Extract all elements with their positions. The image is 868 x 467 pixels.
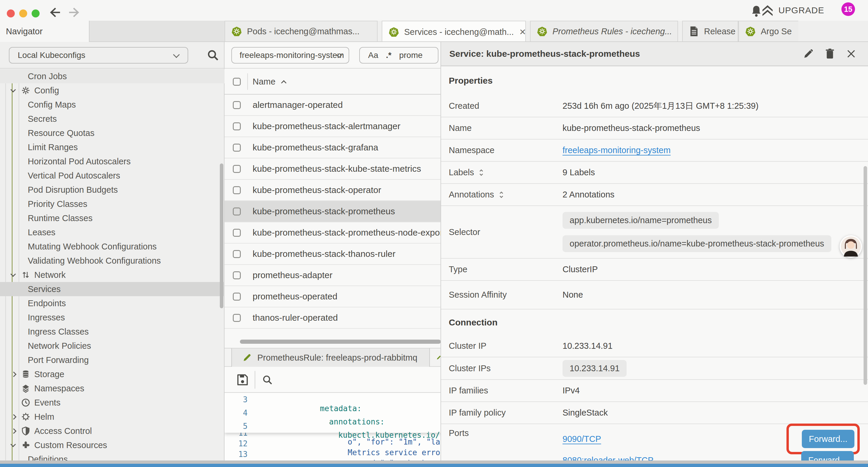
- namespace-selector[interactable]: freeleaps-monitoring-system: [231, 47, 349, 63]
- sort-updown-icon[interactable]: [498, 191, 505, 199]
- sidebar-scrollbar[interactable]: [220, 164, 223, 308]
- sidebar-item[interactable]: Services: [0, 282, 224, 296]
- port-link[interactable]: 9090/TCP: [562, 434, 601, 444]
- sidebar-item[interactable]: Pod Disruption Budgets: [0, 183, 224, 197]
- sidebar-item[interactable]: Custom Resources: [0, 438, 224, 452]
- select-all-checkbox[interactable]: [233, 78, 241, 86]
- forward-button[interactable]: Forward...: [802, 430, 855, 448]
- sidebar-item[interactable]: Helm: [0, 410, 224, 424]
- notification-count-badge[interactable]: 15: [841, 2, 855, 16]
- workspace-tab[interactable]: Pods - icecheng@mathmas...: [224, 21, 378, 42]
- service-row[interactable]: kube-prometheus-stack-operator: [224, 180, 441, 201]
- chevron-right-icon[interactable]: [11, 429, 21, 433]
- sidebar-item[interactable]: Network: [0, 268, 224, 282]
- service-row[interactable]: prometheus-adapter: [224, 265, 441, 286]
- service-row[interactable]: kube-prometheus-stack-alertmanager: [224, 116, 441, 137]
- chevron-right-icon[interactable]: [11, 415, 21, 419]
- sidebar-item[interactable]: Mutating Webhook Configurations: [0, 239, 224, 254]
- sidebar-item[interactable]: Ingress Classes: [0, 324, 224, 339]
- editor-tab[interactable]: PrometheusRule: freeleaps-prod-rabbitmq: [231, 348, 430, 367]
- workspace-tab[interactable]: Release Notes: [682, 21, 738, 42]
- workspace-tab[interactable]: Argo Se: [738, 21, 798, 42]
- row-checkbox[interactable]: [233, 165, 241, 173]
- row-checkbox[interactable]: [233, 122, 241, 130]
- close-tab-icon[interactable]: ✕: [519, 27, 526, 37]
- match-case-toggle[interactable]: Aa: [368, 51, 378, 60]
- detail-row-label: Type: [449, 265, 467, 274]
- delete-trash-icon[interactable]: [825, 48, 835, 59]
- row-checkbox[interactable]: [233, 207, 241, 215]
- save-icon[interactable]: [236, 373, 249, 386]
- service-row[interactable]: thanos-ruler-operated: [224, 308, 441, 329]
- sidebar-item[interactable]: Access Control: [0, 424, 224, 438]
- back-icon[interactable]: [48, 6, 62, 18]
- edit-pencil-icon[interactable]: [803, 49, 814, 59]
- regex-toggle[interactable]: .*: [386, 51, 392, 60]
- sidebar-item[interactable]: Cron Jobs: [0, 69, 224, 83]
- upgrade-button[interactable]: UPGRADE: [761, 4, 824, 17]
- sidebar-item-label: Helm: [34, 412, 54, 422]
- sort-updown-icon[interactable]: [478, 169, 485, 177]
- chevron-right-icon[interactable]: [11, 372, 21, 376]
- row-checkbox[interactable]: [233, 250, 241, 258]
- helm-icon: [21, 412, 34, 421]
- name-column-header[interactable]: Name: [253, 77, 275, 87]
- sidebar-item[interactable]: Vertical Pod Autoscalers: [0, 169, 224, 183]
- row-checkbox[interactable]: [233, 271, 241, 279]
- sidebar-item[interactable]: Storage: [0, 367, 224, 381]
- close-window-button[interactable]: [7, 9, 15, 18]
- chevron-down-icon[interactable]: [11, 274, 21, 276]
- kubeconfig-selector[interactable]: Local Kubeconfigs: [9, 47, 188, 63]
- service-row[interactable]: kube-prometheus-stack-prometheus-node-ex…: [224, 222, 441, 243]
- chevron-down-icon[interactable]: [11, 444, 21, 446]
- service-row[interactable]: prometheus-operated: [224, 286, 441, 308]
- sidebar-item[interactable]: Runtime Classes: [0, 211, 224, 225]
- sidebar-item[interactable]: Config: [0, 83, 224, 97]
- sort-ascending-icon[interactable]: [281, 80, 286, 85]
- maximize-window-button[interactable]: [32, 9, 39, 18]
- filter-input[interactable]: Aa .* prome: [359, 47, 438, 63]
- row-checkbox[interactable]: [233, 229, 241, 237]
- service-row[interactable]: kube-prometheus-stack-prometheus: [224, 201, 441, 222]
- service-row[interactable]: kube-prometheus-stack-kube-state-metrics: [224, 158, 441, 180]
- sidebar-item[interactable]: Port Forwarding: [0, 353, 224, 367]
- navigator-tab[interactable]: Navigator: [0, 21, 90, 42]
- bottom-divider: [0, 461, 868, 464]
- row-checkbox[interactable]: [233, 101, 241, 109]
- sidebar-item[interactable]: Namespaces: [0, 381, 224, 396]
- row-checkbox[interactable]: [233, 293, 241, 300]
- sidebar-item[interactable]: Leases: [0, 225, 224, 239]
- editor-search-icon[interactable]: [261, 374, 273, 386]
- sidebar-item[interactable]: Network Policies: [0, 339, 224, 353]
- detail-panel-scrollbar[interactable]: [864, 166, 867, 385]
- sidebar-item[interactable]: Limit Ranges: [0, 140, 224, 154]
- service-row[interactable]: kube-prometheus-stack-thanos-ruler: [224, 243, 441, 265]
- sidebar-item[interactable]: Endpoints: [0, 296, 224, 310]
- horizontal-scrollbar[interactable]: [240, 340, 441, 344]
- row-checkbox[interactable]: [233, 314, 241, 322]
- sidebar-item[interactable]: Secrets: [0, 112, 224, 126]
- workspace-tab[interactable]: Prometheus Rules - icecheng...: [530, 21, 678, 42]
- sidebar-search-icon[interactable]: [207, 49, 219, 61]
- close-panel-icon[interactable]: [846, 49, 856, 59]
- editor-tab-partial[interactable]: [431, 348, 441, 367]
- detail-row: Cluster IP 10.233.14.91: [441, 335, 868, 357]
- sidebar-item[interactable]: Resource Quotas: [0, 126, 224, 140]
- sidebar-item[interactable]: Priority Classes: [0, 197, 224, 211]
- sidebar-item[interactable]: Ingresses: [0, 310, 224, 324]
- minimize-window-button[interactable]: [19, 9, 27, 18]
- sidebar-item[interactable]: Config Maps: [0, 97, 224, 112]
- workspace-tab[interactable]: Services - icecheng@math... ✕: [382, 21, 526, 42]
- sidebar-item[interactable]: Events: [0, 396, 224, 410]
- chevron-down-icon[interactable]: [11, 89, 21, 92]
- sidebar-item[interactable]: Validating Webhook Configurations: [0, 254, 224, 268]
- service-row[interactable]: kube-prometheus-stack-grafana: [224, 137, 441, 158]
- row-checkbox[interactable]: [233, 186, 241, 194]
- sidebar-item[interactable]: Horizontal Pod Autoscalers: [0, 154, 224, 169]
- row-checkbox[interactable]: [233, 144, 241, 152]
- forward-icon[interactable]: [67, 6, 81, 18]
- service-row[interactable]: alertmanager-operated: [224, 95, 441, 116]
- namespace-link[interactable]: freeleaps-monitoring-system: [562, 145, 671, 155]
- avatar[interactable]: [840, 235, 862, 258]
- yaml-editor[interactable]: 11 o", "for": "1m", "labels": { "service…: [224, 393, 441, 467]
